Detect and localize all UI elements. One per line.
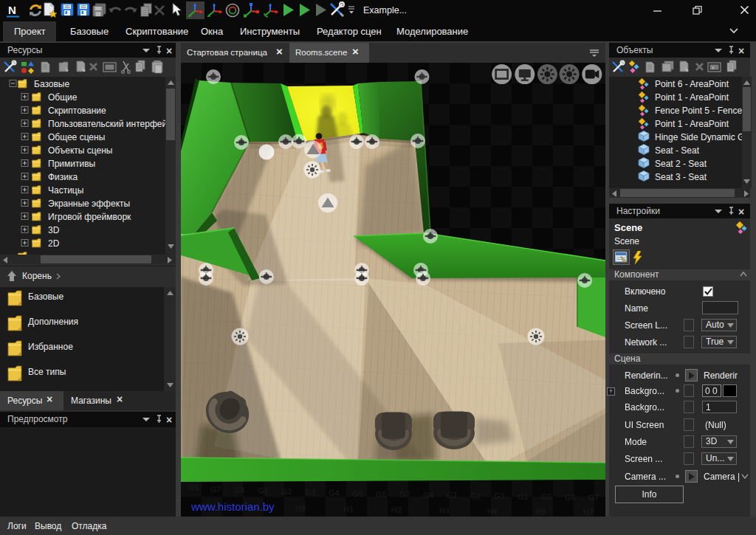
svg-text:G6: G6 <box>565 493 576 502</box>
svg-text:Seat - Seat: Seat - Seat <box>655 145 700 156</box>
svg-text:G1: G1 <box>447 491 458 500</box>
svg-text:G2: G2 <box>281 487 292 496</box>
svg-text:Физика: Физика <box>48 172 78 182</box>
svg-text:G1: G1 <box>518 492 529 501</box>
svg-text:G5: G5 <box>352 489 363 498</box>
svg-text:Экранные эффекты: Экранные эффекты <box>48 199 130 209</box>
svg-text:G7: G7 <box>399 490 410 499</box>
svg-text:Избранное: Избранное <box>28 342 73 352</box>
svg-text:G6: G6 <box>376 490 387 499</box>
svg-text:Игровой фреймворк: Игровой фреймворк <box>48 212 131 222</box>
svg-text:G8: G8 <box>423 491 434 500</box>
svg-text:Point 1 - AreaPoint: Point 1 - AreaPoint <box>655 119 729 129</box>
svg-text:G3: G3 <box>305 488 316 497</box>
svg-text:Базовые: Базовые <box>28 291 63 302</box>
svg-text:G1: G1 <box>258 486 269 495</box>
svg-text:H2: H2 <box>391 505 402 514</box>
svg-text:G2: G2 <box>470 491 481 500</box>
svg-text:2D: 2D <box>48 238 60 249</box>
svg-text:Примитивы: Примитивы <box>48 159 95 169</box>
svg-text:Базовые: Базовые <box>34 79 69 89</box>
svg-text:H4: H4 <box>439 506 450 515</box>
svg-text:Hinge Side Dynamic Gat: Hinge Side Dynamic Gat <box>655 132 742 142</box>
svg-text:x: x <box>712 65 715 70</box>
svg-text:N: N <box>8 4 16 16</box>
svg-text:G8: G8 <box>234 486 245 494</box>
svg-text:Скриптование: Скриптование <box>48 106 106 116</box>
svg-text:www.historian.by: www.historian.by <box>190 500 275 513</box>
svg-text:Point 1 - AreaPoint: Point 1 - AreaPoint <box>655 92 729 103</box>
svg-text:G7: G7 <box>588 493 599 502</box>
svg-text:G5: G5 <box>188 483 199 492</box>
svg-text:H1: H1 <box>343 505 354 514</box>
svg-text:G3: G3 <box>494 491 505 500</box>
svg-text:Seat 3 - Seat: Seat 3 - Seat <box>655 172 707 182</box>
svg-text:H7: H7 <box>583 508 594 517</box>
svg-text:H8: H8 <box>535 507 546 516</box>
svg-text:G4: G4 <box>329 489 340 497</box>
svg-text:H6: H6 <box>487 507 498 516</box>
svg-text:H8: H8 <box>295 504 306 513</box>
svg-text:Дополнения: Дополнения <box>28 317 78 327</box>
svg-text:G7: G7 <box>210 485 221 494</box>
svg-text:Пользовательский интерфейс: Пользовательский интерфейс <box>48 119 165 129</box>
svg-text:G5: G5 <box>541 492 552 501</box>
svg-text:Seat 2 - Seat: Seat 2 - Seat <box>655 159 707 169</box>
svg-text:Общие: Общие <box>48 92 78 103</box>
svg-text:Объекты сцены: Объекты сцены <box>48 145 113 156</box>
svg-text:Частицы: Частицы <box>48 185 83 196</box>
svg-text:Point 6 - AreaPoint: Point 6 - AreaPoint <box>655 79 729 89</box>
svg-text:Fence Point 5 - FencePo: Fence Point 5 - FencePo <box>655 106 742 116</box>
svg-text:Общее сцены: Общее сцены <box>48 132 105 142</box>
svg-text:3D: 3D <box>48 225 60 235</box>
svg-text:Все типы: Все типы <box>28 367 66 377</box>
